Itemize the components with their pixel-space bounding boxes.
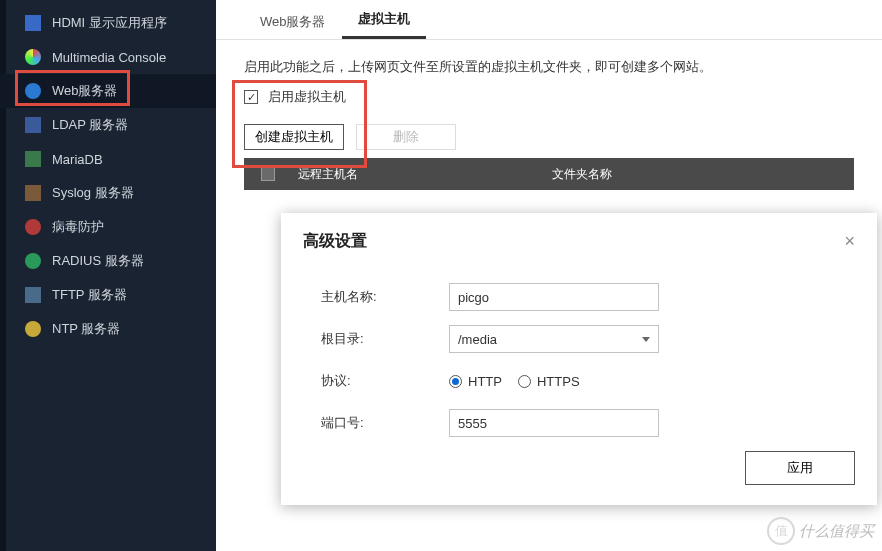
- description-text: 启用此功能之后，上传网页文件至所设置的虚拟主机文件夹，即可创建多个网站。: [216, 40, 882, 88]
- sidebar-item-hdmi[interactable]: HDMI 显示应用程序: [0, 6, 216, 40]
- rootdir-value: /media: [458, 332, 497, 347]
- hostname-input[interactable]: [449, 283, 659, 311]
- column-hostname[interactable]: 远程主机名: [292, 166, 552, 183]
- sidebar-item-label: MariaDB: [52, 152, 103, 167]
- port-input[interactable]: [449, 409, 659, 437]
- sidebar-item-web-server[interactable]: Web服务器: [0, 74, 216, 108]
- chevron-down-icon: [642, 337, 650, 342]
- hdmi-icon: [24, 14, 42, 32]
- protocol-https-radio[interactable]: HTTPS: [518, 374, 580, 389]
- syslog-icon: [24, 184, 42, 202]
- hostname-label: 主机名称:: [321, 288, 449, 306]
- rootdir-select[interactable]: /media: [449, 325, 659, 353]
- create-vhost-button[interactable]: 创建虚拟主机: [244, 124, 344, 150]
- sidebar-item-tftp[interactable]: TFTP 服务器: [0, 278, 216, 312]
- close-icon[interactable]: ×: [844, 231, 855, 252]
- advanced-settings-dialog: 高级设置 × 主机名称: 根目录: /media 协议: HTTP HTTPS …: [281, 213, 877, 505]
- tab-web-server[interactable]: Web服务器: [244, 3, 342, 39]
- sidebar-item-label: TFTP 服务器: [52, 286, 127, 304]
- radio-checked-icon: [449, 375, 462, 388]
- sidebar-item-label: NTP 服务器: [52, 320, 120, 338]
- protocol-label: 协议:: [321, 372, 449, 390]
- sidebar-item-label: HDMI 显示应用程序: [52, 14, 167, 32]
- watermark-text: 什么值得买: [799, 522, 874, 541]
- clock-icon: [24, 320, 42, 338]
- sidebar-item-label: Web服务器: [52, 82, 118, 100]
- apply-button[interactable]: 应用: [745, 451, 855, 485]
- globe-icon: [24, 82, 42, 100]
- radio-label: HTTPS: [537, 374, 580, 389]
- sidebar-item-label: Syslog 服务器: [52, 184, 134, 202]
- sidebar-item-label: 病毒防护: [52, 218, 104, 236]
- sidebar-item-ldap[interactable]: LDAP 服务器: [0, 108, 216, 142]
- table-header: 远程主机名 文件夹名称: [244, 158, 854, 190]
- radio-unchecked-icon: [518, 375, 531, 388]
- multimedia-icon: [24, 48, 42, 66]
- sidebar-item-label: LDAP 服务器: [52, 116, 128, 134]
- sidebar-item-multimedia[interactable]: Multimedia Console: [0, 40, 216, 74]
- tab-virtual-host[interactable]: 虚拟主机: [342, 0, 426, 39]
- select-all-checkbox[interactable]: [261, 167, 275, 181]
- sidebar-item-radius[interactable]: RADIUS 服务器: [0, 244, 216, 278]
- sidebar-item-label: Multimedia Console: [52, 50, 166, 65]
- sidebar-item-antivirus[interactable]: 病毒防护: [0, 210, 216, 244]
- port-label: 端口号:: [321, 414, 449, 432]
- radio-label: HTTP: [468, 374, 502, 389]
- ldap-icon: [24, 116, 42, 134]
- delete-vhost-button[interactable]: 删除: [356, 124, 456, 150]
- sidebar-item-syslog[interactable]: Syslog 服务器: [0, 176, 216, 210]
- dialog-title: 高级设置: [303, 231, 367, 252]
- column-folder[interactable]: 文件夹名称: [552, 166, 854, 183]
- enable-vhost-label: 启用虚拟主机: [268, 88, 346, 106]
- tab-bar: Web服务器 虚拟主机: [216, 0, 882, 40]
- watermark-icon: 值: [767, 517, 795, 545]
- rootdir-label: 根目录:: [321, 330, 449, 348]
- protocol-http-radio[interactable]: HTTP: [449, 374, 502, 389]
- database-icon: [24, 150, 42, 168]
- radius-icon: [24, 252, 42, 270]
- sidebar-item-ntp[interactable]: NTP 服务器: [0, 312, 216, 346]
- watermark: 值 什么值得买: [767, 517, 874, 545]
- shield-icon: [24, 218, 42, 236]
- sidebar: HDMI 显示应用程序 Multimedia Console Web服务器 LD…: [0, 0, 216, 551]
- sidebar-item-mariadb[interactable]: MariaDB: [0, 142, 216, 176]
- enable-vhost-checkbox[interactable]: ✓: [244, 90, 258, 104]
- tftp-icon: [24, 286, 42, 304]
- sidebar-item-label: RADIUS 服务器: [52, 252, 144, 270]
